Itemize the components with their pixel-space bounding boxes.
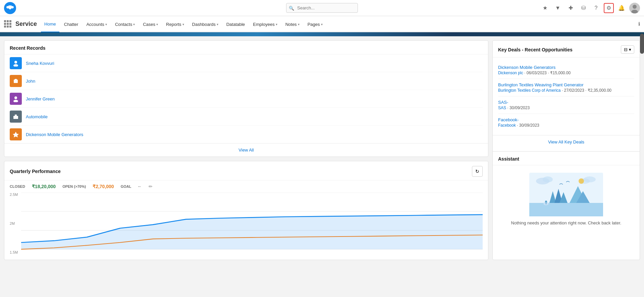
deal-meta: Dickenson plc · 06/03/2023 · ₹15,000.00 — [498, 71, 634, 75]
nav-cases[interactable]: Cases ▾ — [140, 16, 161, 32]
recent-records-header: Recent Records — [4, 41, 488, 54]
nav-employees[interactable]: Employees ▾ — [250, 16, 280, 32]
deal-date: 30/09/2023 — [509, 105, 530, 110]
assistant-illustration — [529, 173, 603, 216]
record-link[interactable]: Sneha Kovvuri — [26, 61, 54, 66]
nav-chatter[interactable]: Chatter — [61, 16, 82, 32]
closed-value: ₹18,20,000 — [32, 184, 56, 189]
record-link[interactable]: Dickenson Mobile Generators — [26, 132, 83, 137]
deal-separator: · — [562, 88, 564, 93]
nav-pages[interactable]: Pages ▾ — [304, 16, 326, 32]
deal-item: Facebook- Facebook · 30/09/2023 — [498, 114, 634, 131]
svg-rect-9 — [13, 116, 18, 119]
record-link[interactable]: Jennifer Green — [26, 96, 55, 101]
performance-stats: CLOSED ₹18,20,000 OPEN (>70%) ₹2,70,000 … — [4, 180, 488, 193]
nav-dashboards[interactable]: Dashboards ▾ — [189, 16, 222, 32]
favorites-button[interactable]: ★ — [540, 3, 550, 13]
scrollbar[interactable] — [640, 34, 644, 54]
hero-band — [0, 32, 644, 36]
record-icon-case — [10, 75, 22, 87]
notifications-button[interactable]: 🔔 — [616, 3, 627, 13]
search-icon: 🔍 — [289, 5, 294, 10]
deal-date: 30/09/2023 — [519, 123, 539, 128]
quarterly-performance-title: Quarterly Performance — [10, 169, 61, 174]
list-item[interactable]: Sneha Kovvuri — [10, 54, 483, 72]
top-bar-actions: ★ ▼ ✚ ⛁ ? ⚙ 🔔 — [540, 3, 640, 13]
refresh-button[interactable]: ↻ — [472, 166, 483, 177]
svg-point-7 — [14, 96, 17, 99]
nav-home[interactable]: Home — [41, 16, 59, 32]
key-deals-filter-button[interactable]: ⊟ ▾ — [621, 45, 634, 54]
nav-contacts[interactable]: Contacts ▾ — [112, 16, 138, 32]
list-item[interactable]: Dickenson Mobile Generators — [10, 126, 483, 143]
deal-title-link[interactable]: Facebook- — [498, 117, 634, 122]
assistant-title: Assistant — [498, 156, 519, 162]
deal-company-link[interactable]: Facebook — [498, 123, 516, 128]
svg-point-14 — [543, 176, 553, 182]
svg-point-8 — [13, 100, 18, 102]
svg-rect-10 — [15, 115, 17, 116]
deal-title-link[interactable]: Burlington Textiles Weaving Plant Genera… — [498, 82, 634, 87]
deal-company-link[interactable]: SAS — [498, 105, 506, 110]
reports-chevron: ▾ — [182, 23, 184, 26]
search-input[interactable] — [286, 3, 358, 13]
main-content: Recent Records Sneha Kovvuri John Jennif… — [0, 36, 644, 264]
deal-separator: · — [524, 71, 527, 75]
deal-item: Dickenson Mobile Generators Dickenson pl… — [498, 61, 634, 79]
search-bar: 🔍 — [286, 3, 358, 13]
record-link[interactable]: Automobile — [26, 114, 48, 119]
record-icon-account — [10, 111, 22, 123]
record-icon-contact — [10, 93, 22, 105]
help-button[interactable]: ? — [591, 3, 601, 13]
list-item[interactable]: Jennifer Green — [10, 90, 483, 108]
y-label-2m: 2M — [10, 221, 18, 225]
deal-meta: Facebook · 30/09/2023 — [498, 123, 634, 128]
nav-reports[interactable]: Reports ▾ — [163, 16, 187, 32]
nav-bar: Service Home Chatter Accounts ▾ Contacts… — [0, 16, 644, 32]
view-all-records-link[interactable]: View All — [4, 143, 488, 157]
nav-notes[interactable]: Notes ▾ — [282, 16, 303, 32]
user-avatar-button[interactable] — [629, 3, 640, 13]
goal-value: -- — [138, 184, 141, 189]
y-label-2.5m: 2.5M — [10, 193, 18, 197]
accounts-chevron: ▾ — [105, 23, 107, 26]
deal-title-link[interactable]: Dickenson Mobile Generators — [498, 65, 634, 70]
assistant-message: Nothing needs your attention right now. … — [511, 220, 622, 225]
deal-item: Burlington Textiles Weaving Plant Genera… — [498, 79, 634, 96]
deal-amount: ₹15,000.00 — [550, 71, 571, 75]
svg-rect-17 — [529, 203, 603, 216]
assistant-section: Assistant — [493, 151, 640, 232]
deal-title-link[interactable]: SAS- — [498, 100, 634, 105]
nav-accounts[interactable]: Accounts ▾ — [83, 16, 110, 32]
app-name: Service — [15, 20, 37, 28]
deal-date: 06/03/2023 — [527, 71, 547, 75]
dashboards-chevron: ▾ — [217, 23, 218, 26]
svg-point-23 — [579, 178, 584, 184]
goal-label: GOAL — [121, 184, 131, 188]
recent-records-body: Sneha Kovvuri John Jennifer Green Automo… — [4, 54, 488, 143]
svg-marker-11 — [13, 132, 19, 137]
svg-rect-6 — [14, 80, 18, 83]
edit-goal-icon[interactable]: ✏ — [149, 184, 153, 189]
favorites-dropdown-button[interactable]: ▼ — [553, 3, 563, 13]
deal-company-link[interactable]: Burlington Textiles Corp of America — [498, 88, 561, 93]
view-all-deals-link[interactable]: View All Key Deals — [493, 135, 640, 148]
list-item[interactable]: John — [10, 72, 483, 90]
record-link[interactable]: John — [26, 79, 35, 84]
open-value: ₹2,70,000 — [93, 184, 114, 189]
nav-datatable[interactable]: Datatable — [223, 16, 249, 32]
closed-label: CLOSED — [10, 184, 25, 188]
chart-area — [21, 193, 483, 250]
quarterly-performance-header: Quarterly Performance ↻ — [4, 161, 488, 180]
setup-icon-button[interactable]: ⛁ — [578, 3, 588, 13]
quarterly-performance-card: Quarterly Performance ↻ CLOSED ₹18,20,00… — [4, 161, 488, 260]
add-button[interactable]: ✚ — [566, 3, 576, 13]
record-icon-person — [10, 57, 22, 69]
key-deals-card: Key Deals - Recent Opportunities ⊟ ▾ Dic… — [492, 40, 640, 260]
list-item[interactable]: Automobile — [10, 108, 483, 126]
assistant-header: Assistant — [493, 152, 640, 165]
deal-amount: ₹2,35,000.00 — [588, 88, 611, 93]
deal-company-link[interactable]: Dickenson plc — [498, 71, 523, 75]
settings-button[interactable]: ⚙ — [604, 3, 614, 13]
deal-meta: Burlington Textiles Corp of America · 27… — [498, 88, 634, 93]
